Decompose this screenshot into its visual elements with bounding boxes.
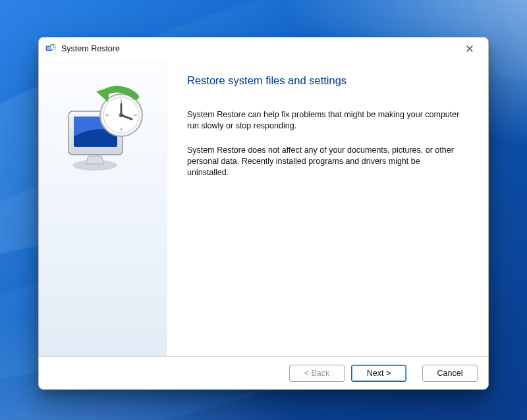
close-icon	[466, 45, 473, 52]
titlebar[interactable]: System Restore	[39, 38, 488, 60]
cancel-button[interactable]: Cancel	[422, 365, 478, 382]
close-button[interactable]	[455, 39, 484, 58]
restore-illustration	[57, 85, 149, 177]
description-paragraph-1: System Restore can help fix problems tha…	[187, 109, 463, 132]
svg-point-15	[119, 113, 123, 117]
next-button[interactable]: Next >	[351, 365, 406, 382]
window-title: System Restore	[61, 44, 120, 53]
wizard-footer: < Back Next > Cancel	[39, 356, 488, 389]
wizard-sidepanel	[39, 60, 167, 356]
svg-marker-16	[96, 88, 109, 102]
dialog-content: Restore system files and settings System…	[39, 60, 488, 356]
system-restore-icon	[45, 43, 56, 54]
page-heading: Restore system files and settings	[187, 74, 463, 87]
back-button[interactable]: < Back	[289, 365, 345, 382]
wizard-main: Restore system files and settings System…	[167, 60, 488, 356]
system-restore-dialog: System Restore	[38, 37, 489, 390]
description-paragraph-2: System Restore does not affect any of yo…	[187, 145, 463, 178]
